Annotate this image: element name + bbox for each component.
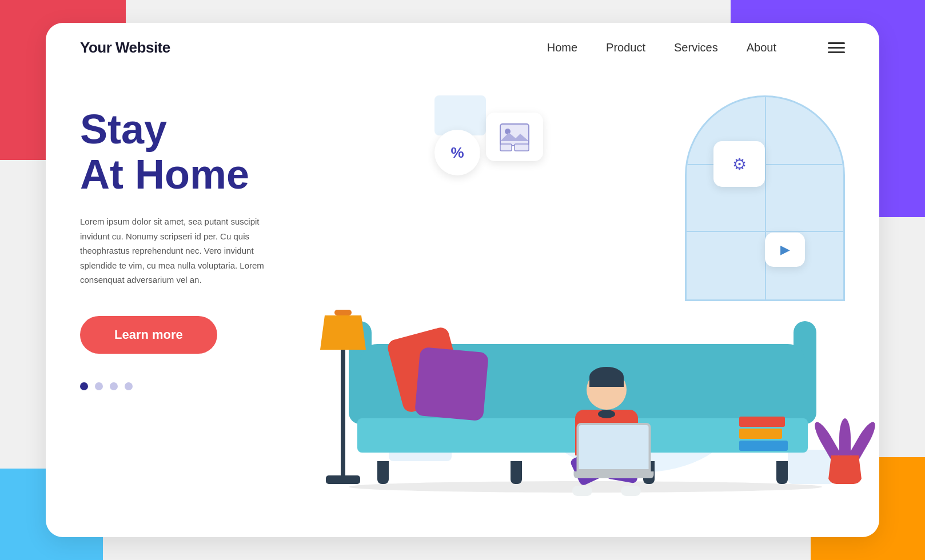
main-card: Your Website Home Product Services About… xyxy=(46,23,879,537)
menu-bar-3 xyxy=(828,51,845,53)
floor-lamp xyxy=(320,310,366,484)
lamp-shade xyxy=(320,315,366,350)
header: Your Website Home Product Services About xyxy=(46,23,879,73)
lamp-pole xyxy=(341,350,345,475)
plant xyxy=(828,418,862,484)
gear-icon: ⚙ xyxy=(732,155,747,174)
nav-home[interactable]: Home xyxy=(547,41,577,54)
image-icon xyxy=(497,121,532,153)
person-collar xyxy=(598,410,615,418)
book-2 xyxy=(739,429,782,439)
bubble-gear: ⚙ xyxy=(713,141,765,187)
person-head xyxy=(587,370,627,410)
person-foot-right xyxy=(621,486,641,496)
dot-1[interactable] xyxy=(80,382,88,390)
person-hair xyxy=(589,367,624,387)
nav-about[interactable]: About xyxy=(747,41,776,54)
bubble-play: ▶ xyxy=(765,233,805,267)
dot-4[interactable] xyxy=(125,382,133,390)
hero-illustration: % ⚙ ▶ xyxy=(320,84,879,530)
bubble-image xyxy=(486,113,543,161)
pillow-purple xyxy=(414,347,489,421)
hero-content: Stay At Home Lorem ipsum dolor sit amet,… xyxy=(46,84,320,530)
percent-icon: % xyxy=(450,144,464,162)
hero-title-line1: Stay xyxy=(80,106,167,152)
nav-services[interactable]: Services xyxy=(674,41,718,54)
hero-section: Stay At Home Lorem ipsum dolor sit amet,… xyxy=(46,73,879,530)
window-arch xyxy=(685,95,845,301)
hero-description: Lorem ipsum dolor sit amet, sea putant s… xyxy=(80,214,286,287)
hamburger-menu-icon[interactable] xyxy=(828,42,845,53)
hero-title: Stay At Home xyxy=(80,107,286,197)
pagination-dots xyxy=(80,382,286,390)
nav-product[interactable]: Product xyxy=(606,41,645,54)
menu-bar-2 xyxy=(828,47,845,49)
books-stack xyxy=(739,417,788,453)
plant-pot xyxy=(828,455,862,484)
laptop xyxy=(577,423,654,478)
plant-leaves xyxy=(828,418,862,458)
sofa-leg-1 xyxy=(377,461,389,484)
leaf-2 xyxy=(839,418,851,458)
sofa-leg-4 xyxy=(776,461,788,484)
hero-title-line2: At Home xyxy=(80,151,249,197)
svg-rect-0 xyxy=(500,124,529,146)
person-foot-left xyxy=(572,486,592,496)
logo: Your Website xyxy=(80,39,170,57)
menu-bar-1 xyxy=(828,42,845,44)
svg-rect-2 xyxy=(500,144,512,151)
lamp-shade-top xyxy=(334,310,352,315)
dot-2[interactable] xyxy=(95,382,103,390)
svg-rect-3 xyxy=(515,144,529,151)
leaf-3 xyxy=(849,419,879,460)
book-1 xyxy=(739,417,785,427)
book-3 xyxy=(739,441,788,451)
learn-more-button[interactable]: Learn more xyxy=(80,316,217,354)
navigation: Home Product Services About xyxy=(547,41,845,54)
play-icon: ▶ xyxy=(780,242,790,257)
lamp-base xyxy=(326,475,360,484)
laptop-screen xyxy=(577,423,651,471)
dot-3[interactable] xyxy=(110,382,118,390)
bubble-percent: % xyxy=(434,130,480,175)
sofa-leg-2 xyxy=(511,461,522,484)
laptop-keyboard xyxy=(574,471,654,478)
